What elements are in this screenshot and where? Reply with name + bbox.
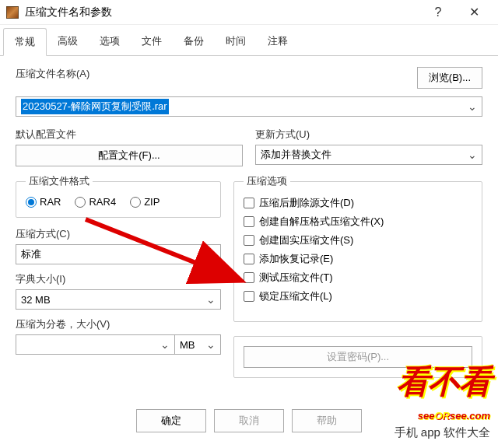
method-label: 压缩方式(C): [16, 227, 221, 241]
checkbox-icon: [244, 235, 254, 246]
content: 压缩文件名称(A) 浏览(B)... 20230527-解除网页复制受限.rar…: [0, 56, 498, 397]
tab-backup[interactable]: 备份: [173, 28, 215, 55]
tab-comment[interactable]: 注释: [257, 28, 299, 55]
tab-time[interactable]: 时间: [215, 28, 257, 55]
window-title: 压缩文件名和参数: [25, 5, 420, 19]
check-solid[interactable]: 创建固实压缩文件(S): [244, 233, 472, 247]
tab-general[interactable]: 常规: [3, 28, 47, 56]
app-icon: [6, 6, 19, 19]
watermark-line2: seeORsee.com: [395, 404, 490, 424]
watermark: 看不看 seeORsee.com 手机 app 软件大全: [395, 360, 490, 440]
tab-files[interactable]: 文件: [131, 28, 173, 55]
method-select[interactable]: 标准: [16, 244, 221, 264]
titlebar: 压缩文件名和参数 ? ✕: [0, 0, 498, 25]
update-label: 更新方式(U): [255, 128, 482, 142]
watermark-line1: 看不看: [395, 360, 490, 404]
tab-advanced[interactable]: 高级: [47, 28, 89, 55]
watermark-line3: 手机 app 软件大全: [395, 425, 490, 440]
profile-button[interactable]: 配置文件(F)...: [16, 145, 243, 166]
help-footer-button[interactable]: 帮助: [292, 409, 362, 432]
checkbox-icon: [244, 291, 254, 302]
volume-unit-select[interactable]: MB: [174, 334, 221, 355]
volume-label: 压缩为分卷，大小(V): [16, 317, 221, 331]
check-test[interactable]: 测试压缩文件(T): [244, 271, 472, 285]
check-recovery[interactable]: 添加恢复记录(E): [244, 252, 472, 266]
check-lock[interactable]: 锁定压缩文件(L): [244, 289, 472, 303]
options-group: 压缩选项 压缩后删除源文件(D) 创建自解压格式压缩文件(X) 创建固实压缩文件…: [233, 174, 482, 322]
checkbox-icon: [244, 272, 254, 283]
format-legend: 压缩文件格式: [26, 174, 93, 188]
check-sfx[interactable]: 创建自解压格式压缩文件(X): [244, 215, 472, 229]
volume-size-input[interactable]: [16, 334, 174, 355]
radio-dot-icon: [75, 197, 86, 208]
profile-label: 默认配置文件: [16, 128, 243, 142]
browse-button[interactable]: 浏览(B)...: [417, 67, 482, 89]
dict-select[interactable]: 32 MB: [16, 289, 221, 310]
archive-name-label: 压缩文件名称(A): [16, 67, 405, 81]
tab-options[interactable]: 选项: [89, 28, 131, 55]
checkbox-icon: [244, 216, 254, 227]
check-delete-source[interactable]: 压缩后删除源文件(D): [244, 196, 472, 210]
radio-dot-icon: [26, 197, 37, 208]
radio-rar4[interactable]: RAR4: [75, 196, 116, 208]
radio-dot-icon: [130, 197, 141, 208]
tabs: 常规 高级 选项 文件 备份 时间 注释: [0, 28, 498, 56]
radio-rar[interactable]: RAR: [26, 196, 61, 208]
help-button[interactable]: ?: [420, 0, 456, 25]
dict-label: 字典大小(I): [16, 272, 221, 286]
checkbox-icon: [244, 198, 254, 208]
cancel-button[interactable]: 取消: [214, 409, 284, 432]
checkbox-icon: [244, 254, 254, 264]
format-group: 压缩文件格式 RAR RAR4 ZIP: [16, 174, 221, 218]
options-legend: 压缩选项: [244, 174, 290, 188]
archive-name-value: 20230527-解除网页复制受限.rar: [21, 99, 169, 114]
ok-button[interactable]: 确定: [136, 409, 206, 432]
close-button[interactable]: ✕: [456, 0, 492, 25]
archive-name-input[interactable]: 20230527-解除网页复制受限.rar: [16, 96, 482, 117]
update-select[interactable]: 添加并替换文件: [255, 145, 482, 165]
radio-zip[interactable]: ZIP: [130, 196, 160, 208]
